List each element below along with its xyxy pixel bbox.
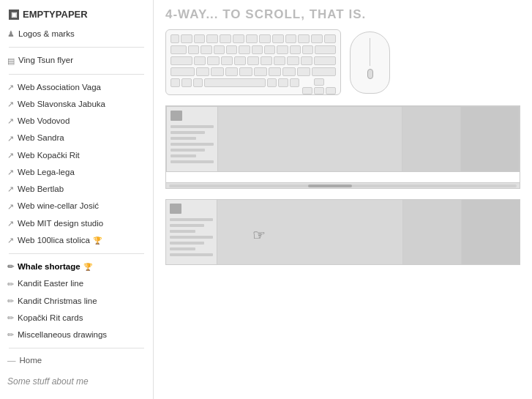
main-header: 4-WAY... TO SCROLL, THAT IS. bbox=[165, 3, 520, 29]
scrollbar-thumb[interactable] bbox=[308, 184, 352, 187]
panel-line bbox=[170, 253, 213, 256]
key bbox=[194, 34, 206, 43]
panel-icon-1 bbox=[171, 111, 182, 121]
key bbox=[315, 45, 336, 54]
sidebar-tagline-text: Some stuff about me bbox=[7, 376, 89, 387]
panel-line bbox=[171, 154, 196, 157]
scrollbar-track[interactable] bbox=[169, 184, 517, 187]
pencil-icon-3: ✏ bbox=[7, 295, 14, 307]
sidebar-item-ving[interactable]: ▤ Ving Tsun flyer bbox=[0, 52, 153, 69]
sidebar-item-web-bertlab[interactable]: ↗ Web Bertlab bbox=[0, 181, 153, 198]
key bbox=[252, 45, 263, 54]
web-icon-8: ↗ bbox=[7, 201, 14, 213]
sidebar-logo[interactable]: ▣ EMPTYPAPER bbox=[0, 6, 153, 26]
panel-right1-2 bbox=[402, 200, 461, 264]
key bbox=[246, 34, 258, 43]
keyboard-illustration bbox=[165, 29, 341, 95]
key bbox=[171, 78, 180, 87]
key bbox=[264, 45, 275, 54]
web-icon-6: ↗ bbox=[7, 166, 14, 179]
key bbox=[196, 67, 209, 76]
spacebar-key bbox=[204, 78, 266, 87]
sidebar-divider-4 bbox=[9, 348, 144, 348]
sidebar-item-kandit-easter-label: Kandit Easter line bbox=[18, 277, 83, 290]
sidebar-item-web-vodovod-label: Web Vodovod bbox=[18, 115, 70, 127]
sidebar-footer-text: Well, I'm a 29 year old guy living in Os… bbox=[0, 391, 153, 399]
sidebar-item-web-association[interactable]: ↗ Web Association Vaga bbox=[0, 79, 153, 96]
keyboard-mouse-row bbox=[165, 29, 520, 95]
sidebar-item-kandit-easter[interactable]: ✏ Kandit Easter line bbox=[0, 275, 153, 292]
sidebar-item-kopacri-cards[interactable]: ✏ Kopački Rit cards bbox=[0, 310, 153, 327]
sidebar-item-web-sandra-label: Web Sandra bbox=[18, 132, 64, 144]
keyboard-row-4 bbox=[171, 67, 336, 76]
keyboard-row-5 bbox=[171, 78, 336, 94]
sidebar-item-kandit-christmas-label: Kandit Christmas line bbox=[18, 295, 97, 307]
key bbox=[171, 67, 195, 76]
key bbox=[239, 45, 250, 54]
sidebar-item-web-kopacri-label: Web Kopački Rit bbox=[18, 149, 80, 162]
key bbox=[287, 56, 299, 65]
sidebar: ▣ EMPTYPAPER ♟ Logos & marks ▤ Ving Tsun… bbox=[0, 0, 154, 399]
sidebar-item-web-sandra[interactable]: ↗ Web Sandra bbox=[0, 130, 153, 146]
sidebar-tagline: Some stuff about me bbox=[0, 368, 153, 391]
panel-middle-2: ☞ bbox=[217, 200, 402, 264]
sidebar-divider-3 bbox=[9, 253, 144, 254]
pencil-icon-4: ✏ bbox=[7, 312, 14, 324]
logo-text: EMPTYPAPER bbox=[23, 9, 88, 20]
sidebar-item-kandit-christmas[interactable]: ✏ Kandit Christmas line bbox=[0, 293, 153, 310]
arrow-down-key bbox=[314, 87, 324, 94]
key bbox=[226, 45, 237, 54]
panel-line bbox=[170, 224, 204, 227]
trophy-icon-whale: 🏆 bbox=[83, 261, 92, 272]
key bbox=[171, 56, 192, 65]
web-icon-10: ↗ bbox=[7, 234, 14, 247]
sidebar-item-logos-label: Logos & marks bbox=[18, 28, 75, 40]
panel-right2-2 bbox=[461, 200, 520, 264]
pencil-icon-5: ✏ bbox=[7, 329, 14, 341]
panel-right2-1 bbox=[460, 107, 519, 171]
page-title: 4-WAY... TO SCROLL, THAT IS. bbox=[165, 7, 366, 22]
arrow-up-key bbox=[314, 78, 324, 86]
sidebar-item-logos[interactable]: ♟ Logos & marks bbox=[0, 26, 153, 42]
sidebar-item-misc-label: Miscellaneous drawings bbox=[18, 329, 107, 341]
panel-line bbox=[171, 143, 214, 146]
key bbox=[298, 34, 310, 43]
key bbox=[314, 56, 336, 65]
panel-line bbox=[171, 137, 196, 140]
key bbox=[211, 67, 224, 76]
sidebar-item-ving-label: Ving Tsun flyer bbox=[18, 54, 73, 67]
key bbox=[278, 78, 288, 87]
sidebar-item-web-bertlab-label: Web Bertlab bbox=[18, 183, 64, 195]
sidebar-item-web-vodovod[interactable]: ↗ Web Vodovod bbox=[0, 113, 153, 130]
panel-line bbox=[171, 160, 214, 163]
sidebar-item-misc[interactable]: ✏ Miscellaneous drawings bbox=[0, 327, 153, 343]
sidebar-item-whale[interactable]: ✏ Whale shortage 🏆 bbox=[0, 258, 153, 275]
key bbox=[272, 34, 284, 43]
sidebar-item-web-slavonska-label: Web Slavonska Jabuka bbox=[18, 98, 105, 111]
sidebar-item-web-kopacri[interactable]: ↗ Web Kopački Rit bbox=[0, 147, 153, 164]
sidebar-item-web-wine[interactable]: ↗ Web wine-cellar Josić bbox=[0, 198, 153, 215]
key bbox=[301, 56, 312, 65]
key bbox=[194, 56, 206, 65]
sidebar-item-web-mit[interactable]: ↗ Web MIT design studio bbox=[0, 215, 153, 232]
sidebar-item-web-lega-label: Web Lega-lega bbox=[18, 166, 75, 179]
sidebar-item-web-lega[interactable]: ↗ Web Lega-lega bbox=[0, 164, 153, 181]
key bbox=[311, 34, 323, 43]
key bbox=[225, 67, 239, 76]
home-dash: — bbox=[7, 356, 16, 365]
web-icon-3: ↗ bbox=[7, 115, 14, 127]
key bbox=[285, 34, 297, 43]
key bbox=[297, 67, 310, 76]
sidebar-item-web-100lica[interactable]: ↗ Web 100lica stolica 🏆 bbox=[0, 232, 153, 249]
key bbox=[207, 56, 219, 65]
sidebar-item-web-slavonska[interactable]: ↗ Web Slavonska Jabuka bbox=[0, 96, 153, 113]
key bbox=[221, 56, 233, 65]
mouse-divider bbox=[370, 38, 370, 66]
key bbox=[274, 56, 285, 65]
horizontal-scrollbar[interactable] bbox=[166, 182, 520, 188]
key bbox=[206, 34, 218, 43]
logo-icon: ▣ bbox=[9, 10, 19, 20]
panel-right1-1 bbox=[402, 107, 460, 171]
sidebar-home[interactable]: — Home bbox=[0, 353, 153, 368]
key bbox=[181, 34, 192, 43]
